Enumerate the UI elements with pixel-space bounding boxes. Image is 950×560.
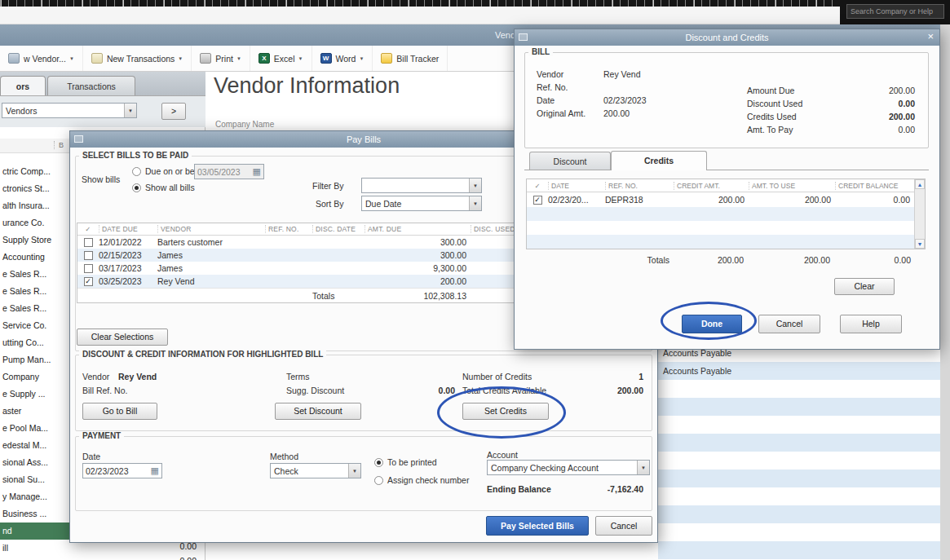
bill-date-due: 03/25/2023 (99, 276, 157, 286)
method-dropdown[interactable]: Check (270, 463, 361, 478)
vendors-view-value: Vendors (6, 106, 38, 116)
toolbar-label: Excel (274, 54, 295, 64)
calendar-icon (253, 166, 261, 177)
column-header[interactable]: DATE (548, 182, 605, 190)
credits-totals-row: Totals 200.00 200.00 0.00 (526, 253, 926, 267)
sort-by-dropdown[interactable]: Due Date (361, 196, 482, 211)
column-header[interactable]: DATE DUE (99, 225, 157, 233)
due-date-value: 03/05/2023 (197, 167, 241, 177)
scroll-down-icon[interactable] (915, 239, 925, 249)
account-value: Company Checking Account (491, 463, 599, 473)
credit-amt: 200.00 (674, 195, 749, 205)
clear-selections-button[interactable]: Clear Selections (77, 329, 168, 346)
account-dropdown[interactable]: Company Checking Account (487, 460, 650, 475)
column-header[interactable]: AMT. TO USE (749, 182, 835, 190)
credits-used-value: 200.00 (889, 112, 915, 121)
tab-credits[interactable]: Credits (611, 151, 707, 170)
toolbar-label: Print (215, 54, 233, 64)
clear-button[interactable]: Clear (834, 278, 895, 295)
radio-to-be-printed[interactable] (374, 458, 383, 467)
empty-row (527, 221, 925, 235)
credits-table-header: ✓ DATE REF. NO. CREDIT AMT. AMT. TO USE … (527, 179, 925, 192)
chevron-down-icon (236, 56, 241, 61)
column-header[interactable]: CREDIT BALANCE (835, 182, 925, 190)
empty-row (527, 207, 925, 221)
help-button[interactable]: Help (840, 315, 902, 333)
bill-checkbox[interactable] (84, 251, 93, 260)
payment-date-field[interactable]: 02/23/2023 (82, 463, 162, 478)
radio-show-all-label: Show all bills (145, 183, 195, 192)
window-edge (940, 24, 950, 560)
chevron-down-icon (469, 179, 481, 192)
sugg-discount-value: 0.00 (390, 386, 455, 395)
cancel-button[interactable]: Cancel (595, 516, 652, 536)
cancel-button[interactable]: Cancel (758, 315, 820, 333)
payment-section-title: PAYMENT (79, 431, 124, 440)
toolbar-print[interactable]: Print (192, 46, 250, 71)
bill-tracker-icon (381, 53, 392, 64)
vendors-view-dropdown[interactable]: Vendors (2, 103, 137, 118)
set-discount-button[interactable]: Set Discount (275, 403, 361, 420)
amount-due-label: Amount Due (747, 86, 794, 95)
toolbar-excel[interactable]: Excel (250, 46, 312, 71)
totals-label: Totals (312, 291, 365, 301)
toolbar-new-vendor[interactable]: w Vendor... (0, 46, 83, 71)
balance-column-header: B (54, 141, 64, 149)
column-header[interactable]: DISC. DATE (312, 225, 365, 233)
go-to-bill-button[interactable]: Go to Bill (82, 403, 157, 420)
tab-divider (524, 170, 929, 170)
credit-balance: 0.00 (835, 195, 925, 205)
vertical-scrollbar[interactable] (914, 179, 925, 249)
tab-discount[interactable]: Discount (529, 152, 611, 170)
credit-row[interactable]: ✓ 02/23/20... DEPR318 200.00 200.00 0.00 (527, 192, 925, 207)
column-header[interactable]: AMT. DUE (365, 225, 471, 233)
dialog-title: Pay Bills (347, 134, 381, 144)
bill-vendor: Barters customer (157, 237, 265, 247)
check-column-header[interactable]: ✓ (77, 225, 99, 233)
chevron-down-icon (359, 56, 364, 61)
tab-transactions[interactable]: Transactions (47, 76, 135, 95)
account-cell: Accounts Payable (663, 366, 731, 376)
bill-checkbox[interactable] (84, 264, 93, 273)
payment-date-value: 02/23/2023 (86, 466, 129, 476)
bill-vendor: James (157, 250, 265, 260)
column-header[interactable]: REF. NO. (265, 225, 312, 233)
bill-amt-due: 9,300.00 (365, 263, 471, 273)
radio-assign-check-number[interactable] (374, 476, 383, 485)
window-icon (519, 33, 528, 41)
credit-amt-to-use: 200.00 (749, 195, 835, 205)
toolbar-bill-tracker[interactable]: Bill Tracker (373, 46, 448, 71)
radio-show-all-bills[interactable] (132, 183, 141, 192)
credit-ref-no: DEPR318 (605, 195, 674, 205)
menu-strip (0, 7, 950, 24)
bill-checkbox-checked[interactable]: ✓ (84, 277, 93, 286)
toolbar-new-transactions[interactable]: New Transactions (83, 46, 192, 71)
payment-date-label: Date (82, 452, 100, 461)
credit-checkbox-checked[interactable]: ✓ (533, 196, 542, 205)
check-column-header[interactable]: ✓ (527, 182, 548, 190)
vendor-label: Vendor (82, 372, 109, 381)
column-header[interactable]: REF. NO. (605, 182, 674, 190)
expand-panel-button[interactable]: > (161, 103, 186, 120)
close-icon[interactable]: × (927, 30, 934, 42)
column-header[interactable]: VENDOR (157, 225, 265, 233)
due-date-field[interactable]: 03/05/2023 (194, 164, 264, 179)
radio-due-on-before[interactable] (132, 167, 141, 176)
discount-credits-titlebar[interactable]: Discount and Credits × (515, 29, 939, 46)
bill-vendor: James (157, 263, 265, 273)
chevron-down-icon (348, 464, 360, 478)
search-input[interactable] (846, 4, 944, 19)
pay-selected-bills-button[interactable]: Pay Selected Bills (486, 516, 589, 536)
tab-vendors[interactable]: ors (0, 76, 46, 95)
filter-by-dropdown[interactable] (361, 178, 482, 193)
new-transactions-icon (91, 53, 103, 64)
toolbar-word[interactable]: Word (312, 46, 373, 71)
scroll-up-icon[interactable] (915, 179, 925, 189)
vendor-balance-value: 0.00 (148, 556, 197, 560)
chevron-down-icon (637, 461, 649, 474)
bill-checkbox[interactable] (84, 238, 93, 247)
bill-summary-group: BILL Vendor Rey Vend Ref. No. Date 02/23… (524, 52, 929, 148)
left-tabstrip: ors Transactions (0, 72, 205, 96)
discount-credit-section-title: DISCOUNT & CREDIT INFORMATION FOR HIGHLI… (79, 350, 326, 359)
column-header[interactable]: CREDIT AMT. (674, 182, 749, 190)
